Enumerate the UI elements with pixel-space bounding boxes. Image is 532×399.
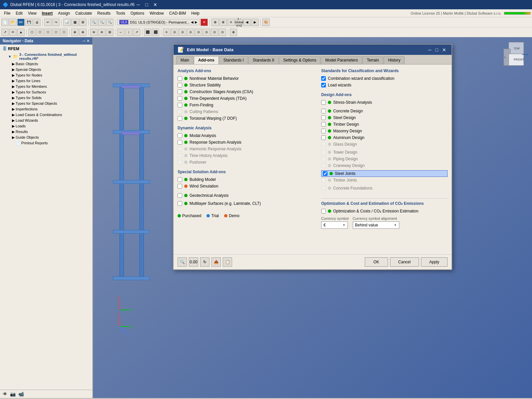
opt-costs-checkbox[interactable] — [321, 209, 326, 213]
addon-geo-label[interactable]: Geotechnical Analysis — [190, 193, 228, 198]
addon-structure-label[interactable]: Structure Stability — [190, 83, 221, 87]
tb2-15[interactable]: ↕ — [125, 29, 132, 36]
std-loadwizard-label[interactable]: Load wizards — [328, 83, 351, 87]
design-masonry-checkbox[interactable] — [321, 129, 326, 133]
minimize-button[interactable]: ─ — [135, 2, 142, 7]
tb2-12[interactable]: ≋ — [98, 29, 105, 36]
tab-history[interactable]: History — [384, 56, 405, 64]
tab-modelparams[interactable]: Model Parameters — [321, 56, 362, 64]
std-combo-label[interactable]: Combination wizard and classification — [328, 76, 394, 81]
tb2-18[interactable]: ⬛ — [152, 29, 159, 36]
tb2-19[interactable]: ≡ — [163, 29, 170, 36]
nav-printout[interactable]: ▶ 📄 Printout Reports — [0, 140, 92, 146]
addon-nonlinear-label[interactable]: Nonlinear Material Behavior — [190, 76, 239, 81]
tb2-16[interactable]: ↗ — [133, 29, 140, 36]
tb-zoom3[interactable]: 🔍 — [106, 19, 113, 26]
tb-save[interactable]: 💾 — [25, 19, 33, 26]
tab-standards2[interactable]: Standards II — [248, 56, 279, 64]
tb-more3[interactable]: ≡ — [227, 19, 235, 26]
addon-formfinding-checkbox[interactable] — [178, 103, 182, 107]
addon-tda-checkbox[interactable] — [178, 96, 182, 101]
tab-settings[interactable]: Settings & Options — [279, 56, 321, 64]
menu-help[interactable]: Help — [189, 9, 202, 17]
nav-guide-objects[interactable]: ▶ Guide Objects — [0, 135, 92, 140]
tb-zoom2[interactable]: 🔍 — [98, 19, 105, 26]
tb2-5[interactable]: ⬡ — [36, 29, 44, 36]
addon-response-label[interactable]: Response Spectrum Analysis — [190, 140, 241, 145]
addon-modal-checkbox[interactable] — [178, 133, 182, 138]
tb-open[interactable]: 📂 — [9, 19, 17, 26]
nav-results[interactable]: ▶ Results — [0, 129, 92, 135]
tb-print[interactable]: 🖨 — [33, 19, 41, 26]
currency-alignment-select[interactable]: Behind value ▼ — [353, 221, 399, 229]
tb-more2[interactable]: ⊗ — [219, 19, 227, 26]
tab-main[interactable]: Main — [176, 56, 194, 64]
menu-cadbim[interactable]: CAD-BIM — [167, 9, 189, 17]
nav-imperfections[interactable]: ▶ Imperfections — [0, 106, 92, 112]
addon-multilayer-label[interactable]: Multilayer Surfaces (e.g. Laminate, CLT) — [190, 201, 261, 206]
addon-geo-checkbox[interactable] — [178, 193, 182, 198]
nav-types-solids[interactable]: ▶ Types for Solids — [0, 95, 92, 101]
tb-calc[interactable]: 📊 — [63, 19, 70, 26]
addon-torsional-checkbox[interactable] — [178, 116, 182, 121]
tb2-26[interactable]: ⊙ — [219, 29, 226, 36]
design-concrete-checkbox[interactable] — [321, 109, 326, 113]
design-steeljoints-checkbox[interactable] — [323, 171, 328, 176]
tab-standards1[interactable]: Standards I — [219, 56, 248, 64]
tb2-13[interactable]: ⊞ — [106, 29, 113, 36]
tb2-11[interactable]: ≋ — [90, 29, 97, 36]
tb2-21[interactable]: ⊙ — [179, 29, 186, 36]
tb-more1[interactable]: ⊕ — [211, 19, 219, 26]
tb2-6[interactable]: ⬡ — [44, 29, 52, 36]
tb2-23[interactable]: ⊙ — [195, 29, 202, 36]
design-steeljoints-label[interactable]: Steel Joints — [335, 171, 355, 176]
design-stress-label[interactable]: Stress-Strain Analysis — [333, 100, 372, 105]
tb2-27[interactable]: ⊕ — [230, 29, 237, 36]
currency-select[interactable]: € ▼ — [321, 221, 348, 229]
nav-close[interactable]: ✕ — [86, 39, 90, 43]
footer-copy-btn[interactable]: 📋 — [223, 257, 232, 267]
nav-vid-btn[interactable]: 📹 — [18, 391, 24, 397]
nav-eye-btn[interactable]: 👁 — [3, 391, 7, 397]
close-button[interactable]: ✕ — [151, 2, 159, 7]
maximize-button[interactable]: □ — [143, 2, 150, 7]
menu-file[interactable]: File — [1, 9, 13, 17]
tb2-8[interactable]: ⬡ — [60, 29, 67, 36]
nav-minimize[interactable]: ─ — [82, 39, 85, 43]
dialog-minimize[interactable]: ─ — [427, 47, 433, 53]
tb2-17[interactable]: ⬛ — [144, 29, 151, 36]
menu-assign[interactable]: Assign — [56, 9, 73, 17]
addon-nonlinear-checkbox[interactable] — [178, 76, 182, 81]
menu-edit[interactable]: Edit — [13, 9, 25, 17]
std-combo-checkbox[interactable] — [321, 76, 326, 81]
tb2-20[interactable]: ⊙ — [171, 29, 178, 36]
addon-structure-checkbox[interactable] — [178, 83, 182, 87]
ok-button[interactable]: OK — [365, 257, 388, 267]
design-timber-label[interactable]: Timber Design — [333, 122, 359, 127]
tb-redo[interactable]: ↪ — [52, 19, 60, 26]
nav-types-surfaces[interactable]: ▶ Types for Surfaces — [0, 89, 92, 95]
addon-wind-label[interactable]: Wind Simulation — [190, 184, 218, 189]
tb2-10[interactable]: ⊕ — [79, 29, 86, 36]
addon-tda-label[interactable]: Time-Dependent Analysis (TDA) — [190, 96, 247, 101]
menu-insert[interactable]: Insert — [39, 9, 56, 17]
menu-results[interactable]: Results — [95, 9, 113, 17]
opt-costs-label[interactable]: Optimization & Costs / CO₂ Emission Esti… — [333, 209, 418, 213]
nav-basic-objects[interactable]: ▶ Basic Objects — [0, 61, 92, 67]
tb-arrow-r[interactable]: ▶ — [251, 19, 259, 26]
addon-multilayer-checkbox[interactable] — [178, 201, 182, 206]
nav-loads[interactable]: ▶ Loads — [0, 123, 92, 129]
footer-decimal-btn[interactable]: 0.00 — [189, 257, 198, 267]
cancel-button[interactable]: Cancel — [390, 257, 419, 267]
footer-search-btn[interactable]: 🔍 — [178, 257, 187, 267]
tb-1xyz[interactable]: 1 - Global XYZ — [235, 19, 243, 26]
addon-torsional-label[interactable]: Torsional Warping (7 DOF) — [190, 116, 237, 121]
addon-building-checkbox[interactable] — [178, 177, 182, 182]
menu-tools[interactable]: Tools — [113, 9, 128, 17]
tab-terrain[interactable]: Terrain — [362, 56, 383, 64]
tb-x[interactable]: ✕ — [200, 19, 208, 26]
std-loadwizard-checkbox[interactable] — [321, 83, 326, 87]
tb-new[interactable]: 📄 — [1, 19, 9, 26]
tb2-9[interactable]: ⊕ — [71, 29, 78, 36]
design-stress-checkbox[interactable] — [321, 100, 326, 105]
